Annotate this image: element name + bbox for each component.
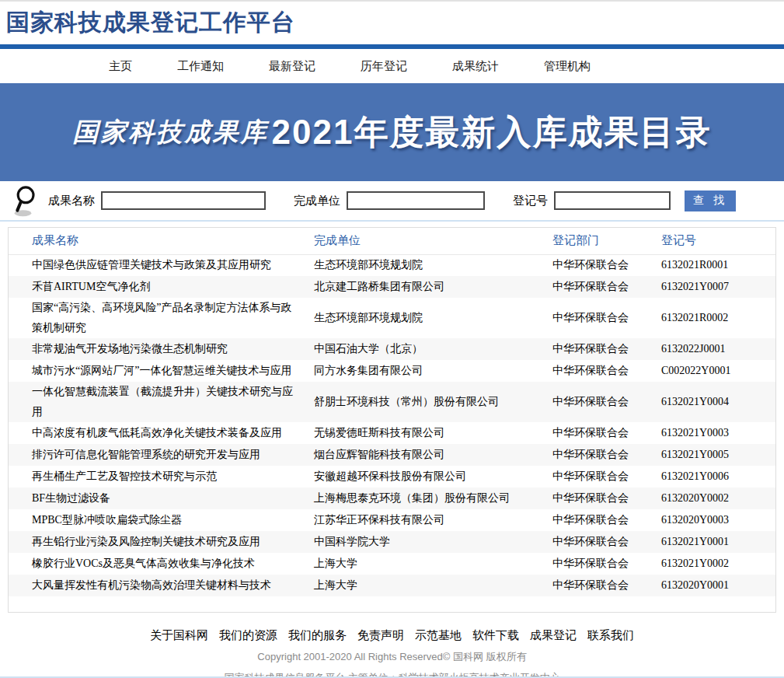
results-table-container: 成果名称完成单位登记部门登记号 中国绿色供应链管理关键技术与政策及其应用研究生态… (8, 227, 776, 613)
achievement-name-cell: 中国绿色供应链管理关键技术与政策及其应用研究 (9, 254, 306, 276)
search-button[interactable]: 查 找 (685, 190, 736, 211)
achievement-name-cell: 大风量挥发性有机污染物高效治理关键材料与技术 (9, 575, 306, 596)
registration-dept-cell: 中华环保联合会 (545, 276, 653, 298)
registration-number-cell: 6132020Y0001 (653, 575, 775, 596)
registration-dept-cell: 中华环保联合会 (545, 444, 653, 466)
magnifier-icon (12, 183, 40, 218)
registration-dept-cell: 中华环保联合会 (545, 575, 653, 596)
column-header: 完成单位 (306, 228, 545, 254)
registration-dept-cell: 中华环保联合会 (545, 298, 653, 338)
footer: 关于国科网我们的资源我们的服务免责声明示范基地软件下载成果登记联系我们 Copy… (0, 613, 784, 678)
table-row[interactable]: 国家“高污染、高环境风险”产品名录制定方法体系与政策机制研究生态环境部环境规划院… (9, 298, 775, 338)
completion-unit-cell: 上海大学 (306, 553, 545, 575)
achievement-name-cell: 再生铅行业污染及风险控制关键技术研究及应用 (9, 531, 306, 553)
completion-unit-cell: 舒朋士环境科技（常州）股份有限公司 (306, 382, 545, 422)
achievement-name-cell: MPBC型脉冲喷吹扁袋式除尘器 (9, 509, 306, 531)
registration-dept-cell: 中华环保联合会 (545, 382, 653, 422)
achievement-name-label: 成果名称 (48, 194, 95, 208)
registration-dept-cell: 中华环保联合会 (545, 338, 653, 360)
achievement-name-cell: 橡胶行业VOCs及恶臭气体高效收集与净化技术 (9, 553, 306, 575)
nav-item-management-agency[interactable]: 管理机构 (544, 59, 591, 74)
footer-link-disclaimer[interactable]: 免责声明 (357, 629, 404, 641)
achievement-name-cell: 城市污水“源网站厂河”一体化智慧运维关键技术与应用 (9, 360, 306, 382)
footer-link-our-resources[interactable]: 我们的资源 (219, 629, 277, 641)
main-nav: 主页工作通知最新登记历年登记成果统计管理机构 (0, 49, 784, 83)
registration-dept-cell: 中华环保联合会 (545, 531, 653, 553)
completion-unit-cell: 中国科学院大学 (306, 531, 545, 553)
achievement-name-cell: 中高浓度有机废气低耗高效净化关键技术装备及应用 (9, 422, 306, 444)
footer-link-demonstration-base[interactable]: 示范基地 (415, 629, 462, 641)
achievement-name-input[interactable] (101, 191, 266, 210)
registration-number-cell: 6132022J0001 (653, 338, 775, 360)
footer-link-about-guokewang[interactable]: 关于国科网 (150, 629, 208, 641)
registration-number-cell: 6132021Y0006 (653, 466, 775, 488)
completion-unit-cell: 上海大学 (306, 575, 545, 596)
footer-link-achievement-registration[interactable]: 成果登记 (530, 629, 577, 641)
registration-dept-cell: 中华环保联合会 (545, 553, 653, 575)
footer-links: 关于国科网我们的资源我们的服务免责声明示范基地软件下载成果登记联系我们 (0, 628, 784, 643)
achievement-name-cell: 再生桶生产工艺及智控技术研究与示范 (9, 466, 306, 488)
registration-number-cell: 6132021R0001 (653, 254, 775, 276)
search-fields: 成果名称完成单位登记号 (40, 191, 671, 210)
search-bar: 成果名称完成单位登记号 查 找 (0, 181, 784, 222)
nav-item-work-notice[interactable]: 工作通知 (177, 59, 224, 74)
completion-unit-cell: 生态环境部环境规划院 (306, 298, 545, 338)
table-row[interactable]: 再生桶生产工艺及智控技术研究与示范安徽超越环保科技股份有限公司中华环保联合会61… (9, 466, 775, 488)
table-row[interactable]: BF生物过滤设备上海梅思泰克环境（集团）股份有限公司中华环保联合会6132020… (9, 488, 775, 509)
registration-number-cell: 6132020Y0003 (653, 509, 775, 531)
registration-number-cell: 6132021R0002 (653, 298, 775, 338)
registration-number-label: 登记号 (513, 194, 548, 208)
completion-unit-cell: 江苏华正环保科技有限公司 (306, 509, 545, 531)
nav-item-past-registration[interactable]: 历年登记 (361, 59, 407, 74)
registration-number-cell: 6132021Y0002 (653, 553, 775, 575)
copyright-text: Copyright 2001-2020 All Rights Reserved©… (0, 650, 784, 664)
registration-dept-cell: 中华环保联合会 (545, 509, 653, 531)
nav-item-achievement-statistics[interactable]: 成果统计 (452, 59, 499, 74)
nav-item-home[interactable]: 主页 (109, 59, 132, 74)
completion-unit-cell: 北京建工路桥集团有限公司 (306, 276, 545, 298)
registration-number-cell: 6132021Y0005 (653, 444, 775, 466)
registration-dept-cell: 中华环保联合会 (545, 254, 653, 276)
table-row[interactable]: MPBC型脉冲喷吹扁袋式除尘器江苏华正环保科技有限公司中华环保联合会613202… (9, 509, 775, 531)
achievement-name-cell: 排污许可信息化智能管理系统的研究开发与应用 (9, 444, 306, 466)
registration-number-cell: 6132021Y0007 (653, 276, 775, 298)
banner-title: 2021年度最新入库成果目录 (272, 110, 712, 156)
table-row[interactable]: 禾苜AIRTUM空气净化剂北京建工路桥集团有限公司中华环保联合会6132021Y… (9, 276, 775, 298)
completion-unit-label: 完成单位 (294, 194, 340, 208)
table-row[interactable]: 大风量挥发性有机污染物高效治理关键材料与技术上海大学中华环保联合会6132020… (9, 575, 775, 596)
completion-unit-cell: 同方水务集团有限公司 (306, 360, 545, 382)
column-header: 登记部门 (545, 228, 653, 254)
footer-link-contact-us[interactable]: 联系我们 (587, 629, 634, 641)
registration-dept-cell: 中华环保联合会 (545, 466, 653, 488)
table-row[interactable]: 非常规油气开发场地污染微生态机制研究中国石油大学（北京）中华环保联合会61320… (9, 338, 775, 360)
footer-link-software-download[interactable]: 软件下载 (472, 629, 519, 641)
completion-unit-cell: 烟台应辉智能科技有限公司 (306, 444, 545, 466)
table-row[interactable]: 橡胶行业VOCs及恶臭气体高效收集与净化技术上海大学中华环保联合会6132021… (9, 553, 775, 575)
achievement-name-cell: BF生物过滤设备 (9, 488, 306, 509)
results-table: 成果名称完成单位登记部门登记号 中国绿色供应链管理关键技术与政策及其应用研究生态… (9, 228, 775, 596)
registration-number-input[interactable] (554, 191, 671, 210)
page: 国家科技成果登记工作平台 主页工作通知最新登记历年登记成果统计管理机构 国家科技… (0, 0, 784, 678)
column-header: 登记号 (653, 228, 775, 254)
completion-unit-cell: 无锡爱德旺斯科技有限公司 (306, 422, 545, 444)
table-row[interactable]: 城市污水“源网站厂河”一体化智慧运维关键技术与应用同方水务集团有限公司中华环保联… (9, 360, 775, 382)
footer-link-our-services[interactable]: 我们的服务 (288, 629, 347, 641)
column-header: 成果名称 (9, 228, 306, 254)
achievement-name-cell: 国家“高污染、高环境风险”产品名录制定方法体系与政策机制研究 (9, 298, 306, 338)
banner-prefix: 国家科技成果库 (73, 115, 269, 150)
table-row[interactable]: 中国绿色供应链管理关键技术与政策及其应用研究生态环境部环境规划院中华环保联合会6… (9, 254, 775, 276)
table-row[interactable]: 一体化智慧截流装置（截流提升井）关键技术研究与应用舒朋士环境科技（常州）股份有限… (9, 382, 775, 422)
achievement-name-cell: 非常规油气开发场地污染微生态机制研究 (9, 338, 306, 360)
registration-number-cell: 6132021Y0004 (653, 382, 775, 422)
completion-unit-cell: 生态环境部环境规划院 (306, 254, 545, 276)
table-row[interactable]: 再生铅行业污染及风险控制关键技术研究及应用中国科学院大学中华环保联合会61320… (9, 531, 775, 553)
registration-number-cell: 6132021Y0003 (653, 422, 775, 444)
completion-unit-cell: 安徽超越环保科技股份有限公司 (306, 466, 545, 488)
completion-unit-input[interactable] (347, 191, 485, 210)
table-row[interactable]: 中高浓度有机废气低耗高效净化关键技术装备及应用无锡爱德旺斯科技有限公司中华环保联… (9, 422, 775, 444)
table-header-row: 成果名称完成单位登记部门登记号 (9, 228, 775, 254)
achievement-name-cell: 一体化智慧截流装置（截流提升井）关键技术研究与应用 (9, 382, 306, 422)
table-row[interactable]: 排污许可信息化智能管理系统的研究开发与应用烟台应辉智能科技有限公司中华环保联合会… (9, 444, 775, 466)
nav-item-latest-registration[interactable]: 最新登记 (269, 59, 315, 74)
registration-dept-cell: 中华环保联合会 (545, 422, 653, 444)
